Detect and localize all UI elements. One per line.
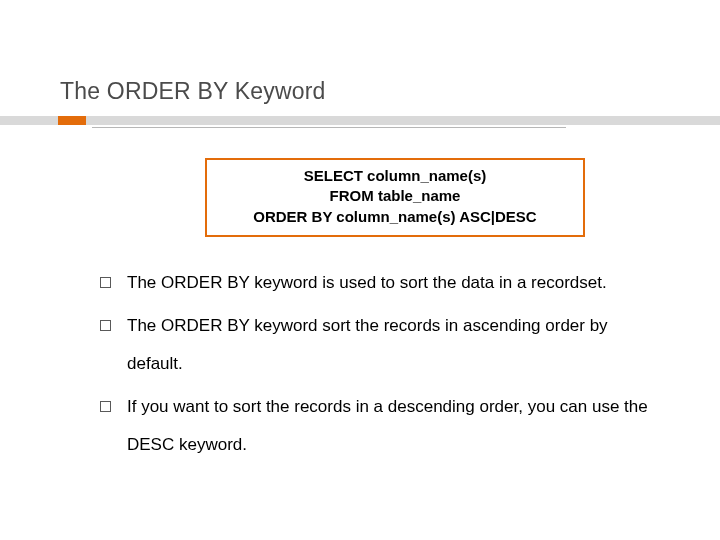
code-line-1: SELECT column_name(s) (215, 166, 575, 186)
list-item-text: The ORDER BY keyword sort the records in… (127, 307, 660, 382)
page-title: The ORDER BY Keyword (60, 78, 326, 105)
bullet-list: The ORDER BY keyword is used to sort the… (100, 264, 660, 469)
list-item-text: The ORDER BY keyword is used to sort the… (127, 264, 660, 301)
code-line-3: ORDER BY column_name(s) ASC|DESC (215, 207, 575, 227)
list-item-text: If you want to sort the records in a des… (127, 388, 660, 463)
sql-syntax-box: SELECT column_name(s) FROM table_name OR… (205, 158, 585, 237)
list-item: The ORDER BY keyword is used to sort the… (100, 264, 660, 301)
accent-bar (0, 116, 720, 125)
slide: The ORDER BY Keyword SELECT column_name(… (0, 0, 720, 540)
accent-block (58, 116, 86, 125)
accent-underline (92, 127, 566, 128)
square-bullet-icon (100, 277, 111, 288)
list-item: The ORDER BY keyword sort the records in… (100, 307, 660, 382)
list-item: If you want to sort the records in a des… (100, 388, 660, 463)
code-line-2: FROM table_name (215, 186, 575, 206)
square-bullet-icon (100, 320, 111, 331)
square-bullet-icon (100, 401, 111, 412)
